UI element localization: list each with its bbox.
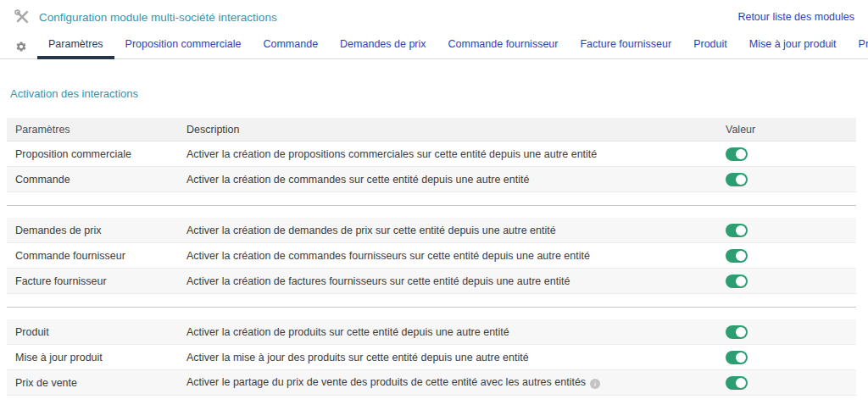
toggle-demandes-de-prix[interactable] [726, 224, 748, 237]
toggle-commande[interactable] [726, 173, 748, 186]
tab-produit[interactable]: Produit [682, 33, 738, 59]
toggle-knob [736, 276, 746, 286]
toggle-knob [736, 251, 746, 261]
toggle-knob [736, 175, 746, 185]
table-row: Proposition commerciale Activer la créat… [7, 141, 856, 167]
param-description: Activer le partage du prix de vente des … [186, 376, 716, 389]
table-header-row: Paramètres Description Valeur [7, 118, 856, 141]
table-row: Commande fournisseur Activer la création… [7, 243, 856, 269]
tab-facture-fournisseur[interactable]: Facture fournisseur [569, 33, 682, 59]
param-name: Commande fournisseur [7, 250, 186, 262]
section-divider [7, 294, 856, 319]
column-header-valeur: Valeur [716, 124, 856, 136]
toggle-facture-fournisseur[interactable] [726, 275, 748, 288]
tab-parametres[interactable]: Paramètres [37, 33, 114, 59]
table-row: Prix de vente Activer le partage du prix… [7, 370, 856, 396]
tools-icon [14, 8, 31, 25]
toggle-mise-a-jour-produit[interactable] [726, 351, 748, 364]
table-row: Produit Activer la création de produits … [7, 319, 856, 345]
toggle-knob [736, 352, 746, 363]
param-description: Activer la création de demandes de prix … [186, 225, 716, 236]
toggle-knob [736, 327, 746, 337]
param-description: Activer la création de propositions comm… [186, 148, 716, 160]
table-row: Facture fournisseur Activer la création … [7, 269, 856, 294]
param-name: Commande [7, 174, 186, 186]
page-title: Configuration module multi-société inter… [39, 11, 737, 24]
table-row: Demandes de prix Activer la création de … [7, 218, 856, 243]
param-name: Demandes de prix [7, 225, 186, 236]
toggle-knob [736, 378, 746, 388]
section-title: Activation des interactions [10, 87, 868, 100]
param-name: Facture fournisseur [7, 275, 186, 287]
tab-mise-a-jour-produit[interactable]: Mise à jour produit [738, 33, 848, 59]
param-name: Produit [7, 326, 186, 338]
gear-icon [15, 41, 27, 53]
toggle-knob [736, 225, 746, 236]
param-description: Activer la création de commandes sur cet… [186, 174, 716, 186]
column-header-description: Description [186, 124, 716, 136]
toggle-produit[interactable] [726, 325, 748, 339]
tab-commande-fournisseur[interactable]: Commande fournisseur [437, 33, 570, 59]
page-header: Configuration module multi-société inter… [0, 0, 868, 31]
param-name: Proposition commerciale [7, 148, 186, 160]
param-description: Activer la création de produits sur cett… [186, 326, 716, 338]
column-header-parametres: Paramètres [7, 124, 186, 136]
toggle-prix-de-vente[interactable] [726, 376, 748, 390]
section-divider [7, 192, 856, 218]
back-to-modules-link[interactable]: Retour liste des modules [737, 11, 854, 23]
param-name: Prix de vente [7, 377, 186, 389]
toggle-knob [736, 149, 746, 159]
param-name: Mise à jour produit [7, 352, 186, 363]
info-icon [590, 379, 600, 389]
tab-demandes-de-prix[interactable]: Demandes de prix [329, 33, 437, 59]
toggle-proposition-commerciale[interactable] [726, 147, 748, 161]
param-description-text: Activer le partage du prix de vente des … [186, 376, 586, 388]
tab-prix-de-vente[interactable]: Prix de vente [848, 33, 868, 59]
settings-table: Paramètres Description Valeur Propositio… [7, 118, 856, 396]
tab-commande[interactable]: Commande [252, 33, 329, 59]
table-row: Mise à jour produit Activer la mise à jo… [7, 345, 856, 370]
tab-bar: Paramètres Proposition commerciale Comma… [0, 34, 868, 59]
param-description: Activer la création de factures fourniss… [186, 275, 716, 287]
table-row: Commande Activer la création de commande… [7, 167, 856, 192]
toggle-commande-fournisseur[interactable] [726, 249, 748, 263]
param-description: Activer la mise à jour des produits sur … [186, 352, 716, 363]
param-description: Activer la création de commandes fournis… [186, 250, 716, 262]
tab-proposition-commerciale[interactable]: Proposition commerciale [114, 33, 253, 59]
